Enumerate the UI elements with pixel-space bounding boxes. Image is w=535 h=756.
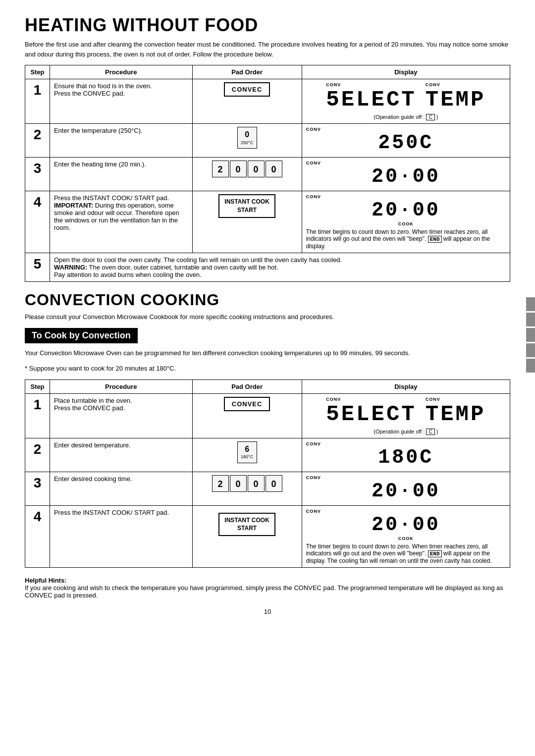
num-key-0d[interactable]: 0	[230, 475, 247, 492]
table-row: 3 Enter the heating time (20 min.). 2 0 …	[25, 158, 510, 191]
convec-button-2[interactable]: CONVEC	[224, 397, 270, 411]
padorder-cell: 0 250°C	[192, 124, 302, 158]
procedure-cell: Place turntable in the oven.Press the CO…	[50, 393, 192, 438]
page-title-2: CONVECTION COOKING	[25, 291, 510, 309]
num-key-0[interactable]: 0 250°C	[237, 127, 257, 149]
th-display-1: Display	[302, 65, 510, 79]
num-key-6[interactable]: 6 180°C	[237, 441, 257, 463]
procedure-cell: Enter the temperature (250°C).	[50, 124, 192, 158]
display-cell: CONV 5ELECT CONV TEMP (Operation guide o…	[302, 79, 510, 124]
step-num: 2	[25, 438, 50, 472]
instant-cook-button-2[interactable]: INSTANT COOKSTART	[218, 513, 275, 537]
right-tabs	[526, 297, 535, 373]
step-num: 1	[25, 79, 50, 124]
sub-intro-2: Your Convection Microwave Oven can be pr…	[25, 348, 510, 358]
sub-note-2: * Suppose you want to cook for 20 minute…	[25, 364, 510, 374]
procedure-cell: Press the INSTANT COOK/ START pad. IMPOR…	[50, 191, 192, 253]
procedure-cell: Enter the heating time (20 min.).	[50, 158, 192, 191]
page-title-1: HEATING WITHOUT FOOD	[25, 15, 510, 36]
display-cell: CONV 20·00 COOK The timer begins to coun…	[302, 505, 510, 567]
op-guide-2: (Operation guide off : C )	[306, 429, 506, 435]
lcd-select: 5ELECT	[326, 87, 416, 112]
lcd-2000: 20·00	[372, 165, 440, 188]
procedure-cell: Enter desired cooking time.	[50, 472, 192, 505]
num-key-0a[interactable]: 0	[230, 161, 247, 177]
display-cell: CONV 180C	[302, 438, 510, 472]
op-guide: (Operation guide off : C )	[306, 114, 506, 120]
steps-table-1: Step Procedure Pad Order Display 1 Ensur…	[25, 65, 510, 282]
padorder-cell: CONVEC	[192, 393, 302, 438]
steps-table-2: Step Procedure Pad Order Display 1 Place…	[25, 379, 510, 568]
lcd-180c: 180C	[378, 446, 433, 469]
display-cell: CONV 20·00	[302, 158, 510, 191]
padorder-cell: 2 0 0 0	[192, 158, 302, 191]
step-num: 4	[25, 191, 50, 253]
lcd-time4b: 20·00	[372, 514, 440, 536]
procedure-cell: Enter desired temperature.	[50, 438, 192, 472]
display-cell: CONV 20·00 COOK The timer begins to coun…	[302, 191, 510, 253]
padorder-cell: INSTANT COOKSTART	[192, 191, 302, 253]
padorder-cell: CONVEC	[192, 79, 302, 124]
table-row: 1 Place turntable in the oven.Press the …	[25, 393, 510, 438]
step-num: 5	[25, 253, 50, 282]
th-padorder-2: Pad Order	[192, 379, 302, 393]
instant-cook-button[interactable]: INSTANT COOKSTART	[218, 194, 275, 218]
th-padorder-1: Pad Order	[192, 65, 302, 79]
display-cell: CONV 20·00	[302, 472, 510, 505]
th-display-2: Display	[302, 379, 510, 393]
num-key-2b[interactable]: 2	[212, 475, 229, 492]
convec-button[interactable]: CONVEC	[224, 82, 270, 97]
intro-text-1: Before the first use and after cleaning …	[25, 40, 510, 59]
num-pad-2: 2 0 0 0	[197, 475, 298, 492]
section-subtitle: To Cook by Convection	[25, 328, 138, 343]
num-key-0f[interactable]: 0	[266, 475, 282, 492]
step-num: 1	[25, 393, 50, 438]
table-row: 2 Enter the temperature (250°C). 0 250°C…	[25, 124, 510, 158]
display-cell: CONV 5ELECT CONV TEMP (Operation guide o…	[302, 393, 510, 438]
step-num: 3	[25, 158, 50, 191]
num-pad: 2 0 0 0	[197, 161, 298, 177]
th-step-1: Step	[25, 65, 50, 79]
step-num: 4	[25, 505, 50, 567]
procedure-cell-wide: Open the door to cool the oven cavity. T…	[50, 253, 510, 282]
table-row: 5 Open the door to cool the oven cavity.…	[25, 253, 510, 282]
step-num: 2	[25, 124, 50, 158]
num-key-0c[interactable]: 0	[266, 161, 282, 177]
lcd-time3b: 20·00	[372, 480, 440, 502]
padorder-cell: 6 180°C	[192, 438, 302, 472]
lcd-temp: TEMP	[426, 87, 486, 112]
table-row: 4 Press the INSTANT COOK/ START pad. INS…	[25, 505, 510, 567]
helpful-hints: Helpful Hints: If you are cooking and wi…	[25, 577, 510, 599]
lcd-250c: 250C	[378, 132, 433, 154]
step-num: 3	[25, 472, 50, 505]
padorder-cell: 2 0 0 0	[192, 472, 302, 505]
helpful-hints-text: If you are cooking and wish to check the…	[25, 584, 503, 599]
procedure-cell: Press the INSTANT COOK/ START pad.	[50, 505, 192, 567]
padorder-cell: INSTANT COOKSTART	[192, 505, 302, 567]
lcd-select-2: 5ELECT	[326, 402, 416, 427]
lcd-time4: 20·00	[372, 199, 440, 221]
intro-text-2: Please consult your Convection Microwave…	[25, 312, 510, 322]
table-row: 4 Press the INSTANT COOK/ START pad. IMP…	[25, 191, 510, 253]
page-number: 10	[25, 608, 510, 615]
num-key-0b[interactable]: 0	[248, 161, 265, 177]
end-display-2: END	[428, 550, 442, 557]
helpful-hints-label: Helpful Hints:	[25, 577, 67, 584]
th-step-2: Step	[25, 379, 50, 393]
table-row: 2 Enter desired temperature. 6 180°C CON…	[25, 438, 510, 472]
th-procedure-1: Procedure	[50, 65, 192, 79]
num-key-0e[interactable]: 0	[248, 475, 265, 492]
table-row: 3 Enter desired cooking time. 2 0 0 0 CO…	[25, 472, 510, 505]
th-procedure-2: Procedure	[50, 379, 192, 393]
table-row: 1 Ensure that no food is in the oven.Pre…	[25, 79, 510, 124]
num-key-2[interactable]: 2	[212, 161, 229, 177]
display-cell: CONV 250C	[302, 124, 510, 158]
procedure-cell: Ensure that no food is in the oven.Press…	[50, 79, 192, 124]
lcd-temp-2: TEMP	[426, 402, 486, 427]
end-display: END	[428, 236, 442, 243]
